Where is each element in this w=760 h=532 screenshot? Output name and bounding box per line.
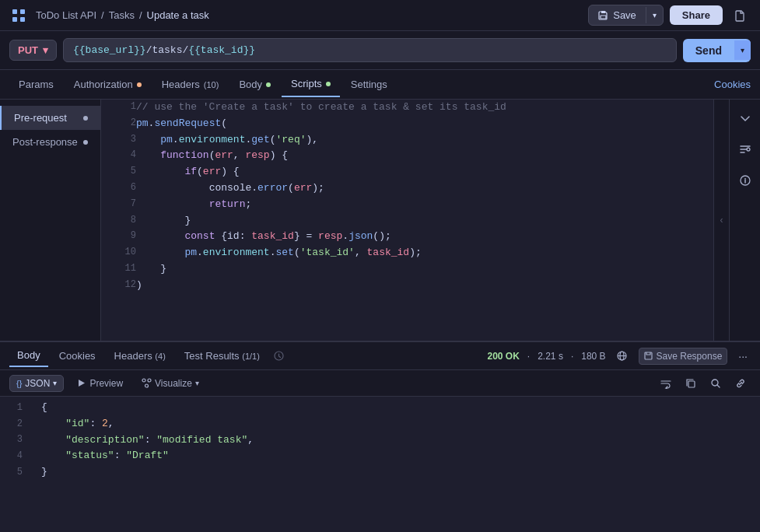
bottom-tab-headers[interactable]: Headers (4) [107, 345, 173, 366]
post-response-dot [83, 140, 88, 145]
top-bar-right: Save ▾ Share [588, 5, 751, 26]
code-line: 7 return; [101, 197, 713, 213]
sidebar-item-pre-request[interactable]: Pre-request [0, 106, 100, 130]
tab-params[interactable]: Params [9, 72, 63, 96]
body-dot [266, 82, 271, 87]
code-line: 5 if(err) { [101, 164, 713, 180]
visualize-icon [142, 378, 152, 388]
top-bar: ToDo List API / Tasks / Update a task Sa… [0, 0, 760, 31]
response-code[interactable]: 1{2 "id": 2,3 "description": "modified t… [0, 397, 760, 512]
svg-rect-16 [688, 381, 695, 387]
expand-icon[interactable] [733, 106, 758, 131]
send-dropdown-button[interactable]: ▾ [734, 40, 751, 60]
svg-rect-5 [601, 16, 606, 19]
code-line: 11 } [101, 261, 713, 278]
save-main-button[interactable]: Save [589, 5, 646, 25]
save-button[interactable]: Save ▾ [588, 5, 664, 26]
info-icon[interactable] [733, 168, 758, 193]
sidebar-left: Pre-request Post-response [0, 100, 101, 341]
copy-icon[interactable] [681, 373, 701, 394]
globe-icon[interactable] [614, 348, 631, 365]
sidebar-item-post-response[interactable]: Post-response [0, 130, 100, 154]
headers-count: (10) [204, 80, 219, 89]
pre-request-dot [83, 116, 88, 121]
url-bar: PUT ▾ {{base_url}} /tasks/ {{task_id}} S… [0, 31, 760, 70]
response-line: 5} [0, 464, 760, 481]
svg-rect-2 [12, 17, 17, 22]
code-line: 8 } [101, 213, 713, 229]
authorization-dot [137, 82, 142, 87]
url-input[interactable]: {{base_url}} /tasks/ {{task_id}} [63, 38, 677, 62]
tab-headers[interactable]: Headers (10) [152, 72, 229, 96]
document-icon[interactable] [729, 5, 751, 26]
url-path: /tasks/ [146, 44, 189, 56]
tab-authorization[interactable]: Authorization [65, 72, 151, 96]
more-options-button[interactable]: ··· [735, 350, 751, 362]
send-button[interactable]: Send ▾ [683, 39, 751, 62]
svg-point-14 [148, 379, 151, 382]
code-line: 12) [101, 278, 713, 294]
layout-icon[interactable] [733, 137, 758, 162]
svg-rect-0 [12, 9, 17, 14]
bottom-toolbar-right [656, 373, 751, 394]
scripts-dot [326, 82, 331, 86]
breadcrumb-current: Update a task [147, 9, 209, 21]
bottom-toolbar: {} JSON ▾ Preview Visualize ▾ [0, 370, 760, 397]
bottom-tab-test-results[interactable]: Test Results (1/1) [177, 345, 268, 366]
tab-body[interactable]: Body [229, 72, 280, 96]
method-select[interactable]: PUT ▾ [9, 40, 57, 61]
share-button[interactable]: Share [670, 5, 723, 25]
tab-scripts[interactable]: Scripts [282, 72, 340, 97]
search-icon[interactable] [706, 373, 726, 394]
bottom-panel: Body Cookies Headers (4) Test Results (1… [0, 341, 760, 512]
status-area: 200 OK · 2.21 s · 180 B [487, 348, 751, 365]
response-time: 2.21 s [538, 351, 563, 362]
save-response-icon [644, 352, 653, 360]
collapse-arrow[interactable]: ‹ [713, 100, 729, 341]
wrap-icon[interactable] [656, 373, 676, 394]
send-main-button[interactable]: Send [683, 39, 734, 62]
code-line: 9 const {id: task_id} = resp.json(); [101, 229, 713, 245]
tab-settings[interactable]: Settings [341, 72, 397, 96]
save-response-button[interactable]: Save Response [639, 348, 728, 365]
svg-point-15 [145, 384, 149, 387]
svg-marker-12 [79, 380, 85, 387]
dot-sep2: · [571, 351, 573, 362]
preview-button[interactable]: Preview [70, 376, 129, 391]
cookies-link[interactable]: Cookies [714, 79, 751, 90]
code-editor[interactable]: 1// use the 'Create a task' to create a … [101, 100, 713, 341]
bottom-tab-body[interactable]: Body [9, 345, 48, 367]
response-line: 4 "status": "Draft" [0, 448, 760, 464]
tabs-bar: Params Authorization Headers (10) Body S… [0, 70, 760, 100]
history-icon[interactable] [274, 351, 284, 361]
response-line: 1{ [0, 400, 760, 416]
code-line: 4 function(err, resp) { [101, 148, 713, 164]
sidebar-right [729, 100, 760, 341]
svg-rect-1 [20, 9, 25, 14]
play-icon [76, 378, 86, 388]
code-line: 1// use the 'Create a task' to create a … [101, 100, 713, 116]
breadcrumb-api[interactable]: ToDo List API [36, 9, 96, 21]
response-line: 2 "id": 2, [0, 416, 760, 432]
code-line: 10 pm.environment.set('task_id', task_id… [101, 245, 713, 261]
svg-rect-3 [20, 17, 25, 22]
status-ok: 200 OK [487, 351, 519, 362]
code-line: 3 pm.environment.get('req'), [101, 132, 713, 149]
save-icon [598, 10, 608, 20]
visualize-button[interactable]: Visualize ▾ [135, 376, 205, 391]
breadcrumb-sep1: / [101, 9, 104, 21]
breadcrumb: ToDo List API / Tasks / Update a task [36, 9, 209, 21]
json-format-button[interactable]: {} JSON ▾ [9, 375, 64, 392]
app-logo [9, 6, 28, 25]
link-icon[interactable] [730, 373, 751, 394]
dot-sep: · [527, 351, 530, 362]
svg-rect-11 [645, 352, 652, 359]
svg-rect-4 [601, 11, 605, 13]
url-task-var: {{task_id}} [188, 44, 255, 56]
breadcrumb-sep2: / [139, 9, 142, 21]
code-line: 6 console.error(err); [101, 180, 713, 197]
bottom-tab-cookies[interactable]: Cookies [51, 345, 103, 366]
save-dropdown-button[interactable]: ▾ [646, 7, 663, 23]
svg-point-13 [142, 379, 145, 382]
breadcrumb-tasks[interactable]: Tasks [109, 9, 135, 21]
